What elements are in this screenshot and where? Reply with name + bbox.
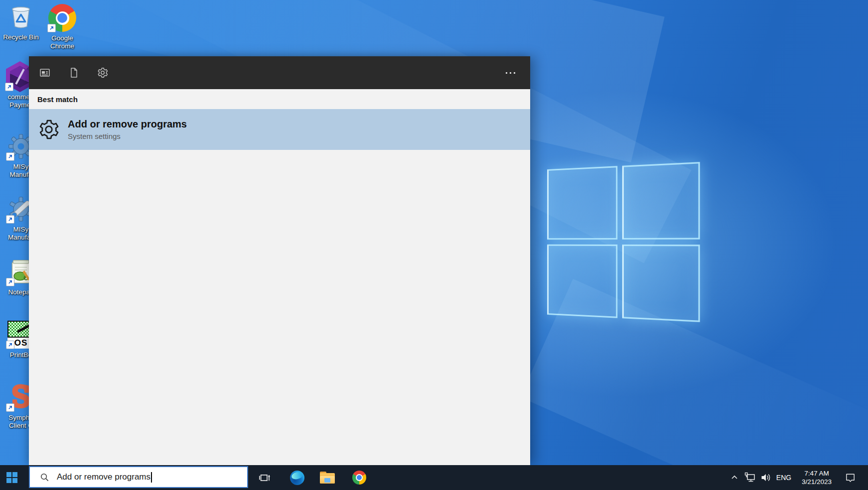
action-center-icon — [845, 472, 856, 484]
windows-logo-pane — [547, 245, 617, 318]
tab-settings[interactable] — [97, 67, 109, 79]
shortcut-arrow-icon — [5, 83, 13, 91]
chrome-icon — [47, 3, 78, 33]
chevron-up-icon — [730, 474, 738, 482]
tray-clock[interactable]: 7:47 AM 3/21/2023 — [795, 465, 838, 490]
ellipsis-icon — [506, 72, 507, 74]
best-match-section-header: Best match — [29, 89, 530, 109]
search-input-value: Add or remove programs — [57, 472, 150, 482]
chrome-button[interactable] — [348, 465, 370, 490]
result-subtitle: System settings — [68, 132, 187, 140]
file-explorer-button[interactable] — [316, 465, 338, 490]
tab-apps[interactable] — [39, 67, 51, 79]
tray-date: 3/21/2023 — [802, 478, 832, 486]
task-view-icon — [258, 471, 272, 485]
language-label: ENG — [776, 474, 791, 482]
shortcut-arrow-icon — [6, 215, 14, 224]
best-match-result[interactable]: Add or remove programs System settings — [29, 109, 530, 150]
icon-label-line: Google — [50, 34, 74, 42]
text-cursor — [151, 472, 152, 483]
search-panel-body — [29, 150, 530, 465]
tray-network-button[interactable] — [742, 465, 758, 490]
documents-icon — [68, 67, 80, 79]
search-panel-header — [29, 56, 530, 89]
windows-logo-wallpaper — [547, 162, 700, 322]
tray-volume-button[interactable] — [758, 465, 773, 490]
desktop-icon-google-chrome[interactable]: Google Chrome — [41, 3, 84, 50]
more-options-button[interactable] — [503, 69, 518, 77]
shortcut-arrow-icon — [6, 278, 14, 286]
windows-logo-pane — [547, 166, 617, 240]
shortcut-arrow-icon — [6, 152, 14, 161]
tray-time: 7:47 AM — [804, 469, 829, 478]
windows-start-icon — [6, 472, 17, 483]
start-button[interactable] — [0, 465, 24, 490]
desktop-icon-recycle-bin[interactable]: Recycle Bin — [0, 2, 42, 41]
windows-logo-pane — [622, 162, 700, 240]
search-icon — [40, 473, 49, 482]
edge-icon — [290, 471, 304, 485]
shortcut-arrow-icon — [6, 403, 14, 412]
desktop-screen: Recycle Bin Google Chrome — [0, 0, 868, 490]
shortcut-arrow-icon — [6, 341, 14, 349]
file-explorer-icon — [320, 472, 335, 484]
settings-gear-icon — [37, 118, 60, 141]
taskbar: Add or remove programs — [0, 465, 868, 490]
chrome-taskbar-icon — [352, 471, 366, 485]
result-title: Add or remove programs — [68, 119, 187, 130]
task-view-button[interactable] — [254, 465, 276, 490]
recycle-bin-icon — [5, 2, 36, 32]
apps-icon — [39, 67, 51, 79]
action-center-button[interactable] — [840, 465, 860, 490]
tab-documents[interactable] — [68, 67, 80, 79]
shortcut-arrow-icon — [47, 24, 56, 32]
icon-label-line: Chrome — [50, 42, 74, 50]
search-flyout-panel: Best match Add or remove programs System… — [29, 56, 530, 465]
settings-icon — [97, 67, 109, 79]
ethernet-network-icon — [744, 472, 756, 483]
speaker-icon — [760, 473, 771, 483]
edge-button[interactable] — [286, 465, 308, 490]
icon-label-line: Recycle Bin — [3, 33, 38, 41]
tray-show-hidden-icons[interactable] — [726, 465, 742, 490]
tray-language-button[interactable]: ENG — [773, 465, 794, 490]
windows-logo-pane — [622, 245, 700, 322]
taskbar-search-input[interactable]: Add or remove programs — [29, 466, 248, 488]
